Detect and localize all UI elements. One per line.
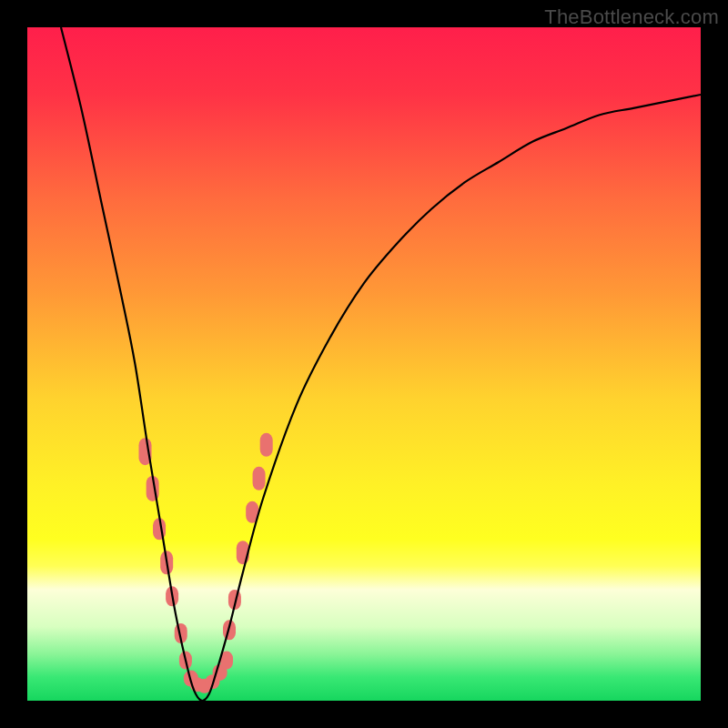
marker-group bbox=[139, 433, 273, 693]
watermark-text: TheBottleneck.com bbox=[544, 5, 719, 29]
bottleneck-curve bbox=[61, 27, 701, 701]
curve-marker bbox=[253, 467, 266, 490]
curve-layer bbox=[27, 27, 701, 701]
curve-marker bbox=[260, 433, 273, 457]
chart-frame: TheBottleneck.com bbox=[0, 0, 728, 728]
plot-area bbox=[27, 27, 701, 701]
